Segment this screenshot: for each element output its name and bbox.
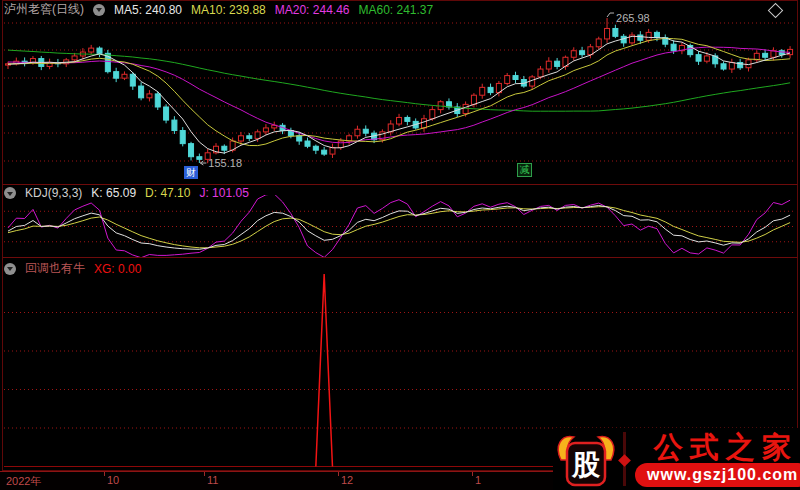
- ma20-value: MA20: 244.46: [275, 3, 350, 17]
- ma60-value: MA60: 241.37: [358, 3, 433, 17]
- year-label: 2022年: [6, 474, 41, 489]
- bull-logo-icon: 股: [553, 430, 619, 488]
- ma-lines: [8, 36, 790, 153]
- logo-brand-text: 公式之家: [654, 432, 798, 462]
- month-label: 10: [107, 474, 119, 486]
- buy-signal-badge: 财: [184, 166, 198, 179]
- month-label: 12: [341, 474, 353, 486]
- kdj-k-value: K: 65.09: [91, 186, 136, 200]
- kdj-d-value: D: 47.10: [145, 186, 190, 200]
- ma-line-ma20: [8, 47, 790, 143]
- xg-value: XG: 0.00: [94, 262, 141, 276]
- main-panel-header: 泸州老窖(日线) MA5: 240.80 MA10: 239.88 MA20: …: [4, 1, 433, 18]
- collapse-main-icon[interactable]: [93, 4, 105, 16]
- month-tick: [338, 472, 339, 476]
- chart-window: 155.18265.98 泸州老窖(日线) MA5: 240.80 MA10: …: [0, 0, 800, 490]
- reduce-signal-badge: 减: [517, 163, 532, 177]
- ma-line-ma60: [8, 50, 790, 111]
- collapse-kdj-icon[interactable]: [4, 187, 16, 199]
- low-price-label: 155.18: [208, 157, 242, 169]
- logo-divider: [623, 432, 626, 486]
- collapse-xg-icon[interactable]: [4, 263, 16, 275]
- month-tick: [204, 472, 205, 476]
- kdj-title: KDJ(9,3,3): [25, 186, 82, 200]
- month-tick: [472, 472, 473, 476]
- high-price-label: 265.98: [616, 12, 650, 24]
- month-label: 1: [475, 474, 481, 486]
- xg-panel-header: 回调也有牛 XG: 0.00: [4, 260, 141, 277]
- kdj-panel-header: KDJ(9,3,3) K: 65.09 D: 47.10 J: 101.05: [4, 186, 249, 200]
- xg-spike: [316, 274, 333, 467]
- kdj-j-value: J: 101.05: [199, 186, 248, 200]
- ma5-value: MA5: 240.80: [114, 3, 182, 17]
- kdj-lines: [8, 194, 790, 258]
- chart-canvas[interactable]: 155.18265.98: [0, 0, 800, 471]
- gridlines: [4, 23, 794, 428]
- ma10-value: MA10: 239.88: [191, 3, 266, 17]
- month-tick: [104, 472, 105, 476]
- bull-logo-char: 股: [571, 448, 601, 481]
- watermark-logo: 股 公式之家 www.gszj100.com: [553, 428, 800, 490]
- price-annotations: 155.18265.98: [200, 12, 649, 169]
- xg-formula-title: 回调也有牛: [25, 260, 85, 277]
- candlestick-series: [6, 18, 793, 163]
- symbol-title: 泸州老窖(日线): [4, 1, 84, 18]
- logo-url-pill: www.gszj100.com: [635, 463, 800, 487]
- month-label: 11: [207, 474, 218, 486]
- kdj-line-k: [8, 206, 790, 250]
